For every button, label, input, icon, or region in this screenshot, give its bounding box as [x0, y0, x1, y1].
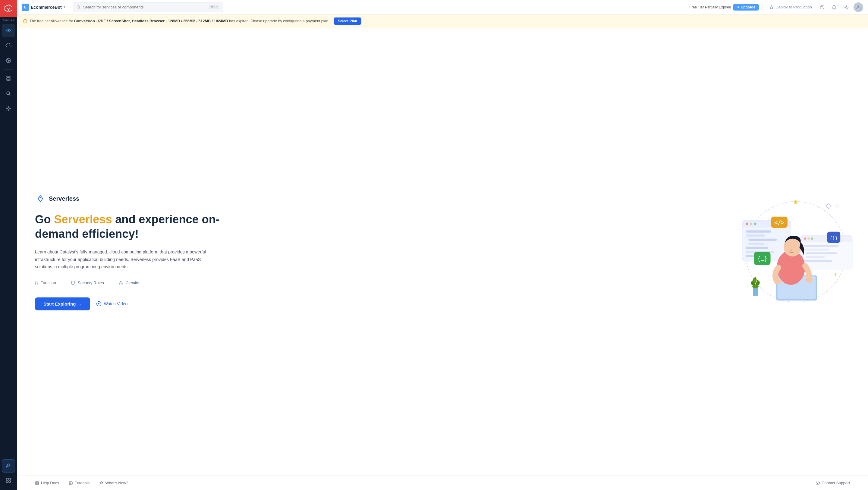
illustration-svg: ◇ + </> [723, 28, 868, 476]
sidebar: Services [0, 0, 17, 490]
svg-rect-52 [804, 249, 829, 250]
hero-features: {} Function Security Rules Circuits [35, 280, 705, 285]
sidebar-bottom [2, 459, 15, 490]
support-icon [815, 481, 820, 485]
main-area: E EcommerceBot ▾ ⌘+K Free Tier Partially… [17, 0, 868, 490]
svg-rect-27 [826, 204, 832, 209]
feature-function-label: Function [40, 281, 56, 285]
serverless-logo: Serverless [35, 193, 705, 204]
user-avatar[interactable] [854, 2, 863, 12]
sidebar-item-analytics[interactable] [2, 54, 15, 67]
svg-rect-3 [7, 76, 10, 78]
svg-rect-11 [9, 481, 10, 483]
banner-text: The free tier allowance for Conversion -… [30, 19, 330, 23]
notifications-button[interactable] [830, 2, 839, 12]
svg-rect-39 [748, 243, 764, 245]
svg-text:{}}: {}} [830, 235, 838, 241]
shield-icon [70, 280, 75, 285]
svg-rect-4 [7, 78, 10, 79]
serverless-logo-icon [35, 193, 46, 204]
sidebar-item-grid[interactable] [2, 474, 15, 487]
hero-section: Serverless Go Serverless and experience … [17, 28, 723, 476]
help-docs-label: Help Docs [41, 481, 59, 485]
search-bar[interactable]: ⌘+K [73, 2, 223, 12]
sidebar-item-cloud[interactable] [2, 39, 15, 52]
svg-rect-72 [816, 482, 819, 484]
project-dropdown-arrow: ▾ [64, 5, 65, 9]
circuits-icon [119, 280, 123, 285]
select-plan-button[interactable]: Select Plan [334, 18, 361, 25]
upgrade-label: Upgrade [741, 5, 755, 9]
headline-prefix: Go [35, 213, 54, 226]
svg-point-69 [752, 284, 758, 288]
feature-function[interactable]: {} Function [35, 280, 56, 285]
whats-new-link[interactable]: What's New? [99, 481, 128, 485]
upgrade-button[interactable]: ✦ Upgrade [733, 4, 759, 10]
svg-rect-38 [748, 239, 777, 241]
project-selector[interactable]: E EcommerceBot ▾ [22, 4, 65, 11]
svg-rect-51 [804, 245, 838, 247]
info-icon [23, 19, 27, 23]
svg-marker-0 [5, 5, 12, 12]
feature-circuits-label: Circuits [126, 281, 139, 285]
star-icon [99, 481, 103, 485]
hero-actions: Start Exploring → Watch Video [35, 298, 705, 310]
free-tier-label: Free Tier Partially Expired [689, 5, 731, 9]
feature-security[interactable]: Security Rules [70, 280, 104, 285]
sidebar-item-code[interactable] [2, 24, 15, 37]
hero-illustration: ◇ + </> [723, 28, 868, 476]
feature-circuits[interactable]: Circuits [119, 280, 139, 285]
deploy-button[interactable]: Deploy to Production [767, 3, 815, 11]
help-button[interactable] [817, 2, 827, 12]
svg-point-48 [804, 238, 806, 240]
sidebar-services-label: Services [1, 17, 16, 23]
svg-point-25 [794, 200, 798, 204]
footer-right: Contact Support [815, 481, 850, 485]
contact-support-link[interactable]: Contact Support [815, 481, 850, 485]
sidebar-item-search[interactable] [2, 87, 15, 100]
upgrade-banner: The free tier allowance for Conversion -… [17, 14, 868, 28]
svg-text:{…}: {…} [757, 255, 767, 262]
sidebar-logo [0, 0, 17, 17]
svg-point-33 [746, 222, 748, 225]
watch-video-button[interactable]: Watch Video [96, 301, 128, 306]
settings-button[interactable] [841, 2, 851, 12]
search-input[interactable] [83, 5, 207, 9]
svg-text:+: + [833, 271, 837, 278]
watch-btn-label: Watch Video [104, 301, 128, 306]
topbar-right: Free Tier Partially Expired ✦ Upgrade De… [689, 2, 863, 12]
topbar: E EcommerceBot ▾ ⌘+K Free Tier Partially… [17, 0, 868, 14]
svg-rect-53 [806, 252, 837, 254]
tutorials-icon [69, 481, 73, 485]
deploy-icon [770, 5, 774, 9]
start-exploring-button[interactable]: Start Exploring → [35, 298, 90, 310]
svg-point-15 [846, 6, 847, 8]
help-docs-link[interactable]: Help Docs [35, 481, 59, 485]
svg-rect-70 [36, 482, 38, 485]
sidebar-item-database[interactable] [2, 72, 15, 85]
play-icon [96, 301, 101, 306]
svg-point-49 [807, 238, 809, 240]
svg-rect-8 [6, 478, 8, 480]
search-icon [76, 5, 81, 9]
hero-description: Learn about Catalyst's fully-managed, cl… [35, 248, 216, 271]
svg-rect-54 [806, 256, 825, 258]
svg-point-34 [750, 222, 752, 225]
svg-point-35 [754, 222, 756, 225]
sidebar-item-settings[interactable] [2, 102, 15, 115]
svg-text:◇: ◇ [835, 203, 840, 209]
headline-highlight: Serverless [54, 213, 112, 226]
search-shortcut: ⌘+K [209, 5, 219, 9]
svg-point-67 [805, 278, 812, 283]
tutorials-label: Tutorials [75, 481, 90, 485]
function-icon: {} [35, 280, 38, 285]
whats-new-label: What's New? [105, 481, 128, 485]
svg-rect-36 [746, 231, 771, 233]
svg-point-14 [822, 8, 822, 8]
svg-rect-37 [746, 235, 765, 237]
tutorials-link[interactable]: Tutorials [69, 481, 90, 485]
sidebar-divider [4, 69, 13, 70]
project-avatar: E [22, 4, 29, 11]
sidebar-item-wrench[interactable] [2, 459, 15, 472]
svg-point-50 [811, 238, 813, 240]
